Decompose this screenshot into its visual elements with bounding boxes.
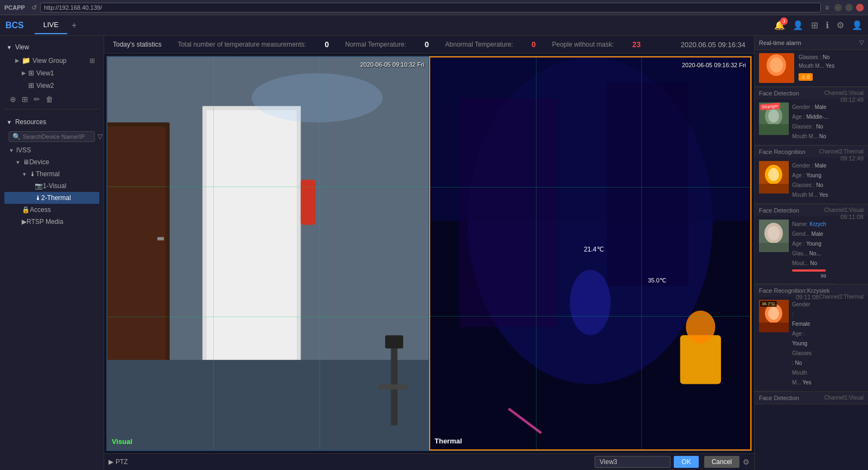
tree-1visual[interactable]: ▶ 📷 1-Visual — [4, 180, 99, 192]
resources-header[interactable]: ▼ Resources — [4, 115, 99, 129]
alarm-filter-icon[interactable]: ▽ — [859, 39, 864, 46]
face-recognition-1-section: Face Recognition Channel2:Thermal 09:12:… — [755, 146, 868, 204]
tree-device[interactable]: ▼ 🖥 Device — [4, 156, 99, 168]
face-detect-2-card: Name: Krzych Gend... Male Age : Young Gl… — [755, 216, 837, 284]
thermal-icon: 🌡 — [29, 170, 36, 178]
vg-arrow: ▶ — [15, 57, 20, 63]
person-monitor-icon[interactable]: 👤 — [793, 20, 803, 30]
thermal-label: Thermal — [36, 170, 60, 178]
tree-ivss[interactable]: ▼ IVSS — [4, 144, 99, 156]
thermal2-label: 2-Thermal — [41, 194, 71, 202]
visual-camera-cell[interactable]: 2020-06-05 09:10:32 Fri Visual — [107, 56, 429, 450]
no-mask-label: People without mask: — [552, 41, 614, 48]
no-mask-value: 23 — [633, 40, 641, 49]
face-detect-1-time: 09:12:49 — [840, 96, 864, 103]
content-area: Today's statistics Total number of tempe… — [104, 36, 754, 470]
edit-btn[interactable]: ✏ — [33, 94, 41, 105]
realtime-alarm-title: Real-time alarm — [759, 40, 801, 46]
face-recog-2-title: Face Recognition:Krzysiek — [759, 287, 829, 294]
alarm-mouth: Yes — [826, 63, 834, 69]
abnormal-temp-value: 0 — [532, 40, 536, 49]
view1-grid-icon: ⊞ — [28, 69, 34, 77]
alarm-badge: 3 — [780, 17, 788, 25]
svg-rect-11 — [379, 384, 407, 389]
face-detect-1-channel: Channel1:Visual — [824, 90, 864, 96]
menu-icon[interactable]: ≡ — [825, 4, 829, 11]
access-label: Access — [30, 206, 51, 214]
face-recog-2-card: 36.7°C Gender : Female Age : Young Glass… — [755, 297, 793, 391]
normal-temp-label: Normal Temperature: — [345, 41, 406, 48]
thermal-timestamp: 2020-06-05 09:16:32 Fri — [682, 62, 746, 68]
grid-btn[interactable]: ⊞ — [21, 94, 29, 105]
thermal-camera-feed — [430, 57, 750, 449]
url-bar[interactable]: http://192.168.40.139/ — [40, 3, 821, 12]
alarm-glasses: No — [822, 54, 829, 60]
close-button[interactable]: ✕ — [856, 4, 864, 11]
svg-rect-32 — [759, 184, 789, 194]
svg-rect-12 — [385, 336, 403, 349]
fr1-mouth: Yes — [819, 192, 828, 198]
tree-thermal[interactable]: ▼ 🌡 Thermal — [4, 168, 99, 180]
tab-live[interactable]: LIVE — [35, 16, 67, 34]
face-detection-3-header: Face Detection Channel1:Visual — [755, 392, 868, 404]
settings-gear-icon[interactable]: ⚙ — [743, 458, 750, 466]
info-icon[interactable]: ℹ — [826, 20, 829, 30]
face-recog-1-channel: Channel2:Thermal — [819, 149, 864, 154]
ptz-toggle[interactable]: ▶ PTZ — [108, 458, 128, 466]
svg-point-31 — [768, 168, 779, 181]
refresh-icon[interactable]: ↺ — [31, 4, 37, 11]
filter-icon[interactable]: ▽ — [98, 133, 103, 140]
resources-label: Resources — [15, 118, 46, 126]
right-panel: Real-time alarm ▽ Glasses : No Mouth M..… — [754, 36, 868, 470]
grid-view-icon[interactable]: ⊞ — [811, 20, 818, 30]
svg-point-19 — [570, 270, 610, 336]
alarm-warning-badge: ⚠ 0 — [799, 73, 813, 81]
minimize-button[interactable]: — — [834, 4, 842, 11]
view2-label: View2 — [36, 82, 54, 89]
ok-button[interactable]: OK — [674, 456, 698, 468]
alarm-row: Glasses : No Mouth M... Yes ⚠ 0 — [759, 53, 864, 83]
settings-icon[interactable]: ⚙ — [837, 20, 844, 30]
view3-input[interactable] — [595, 456, 671, 468]
ivss-label: IVSS — [16, 146, 31, 154]
delete-btn[interactable]: 🗑 — [44, 94, 54, 105]
rtsp-icon: ▶ — [22, 218, 27, 226]
face-detect-2-time: 09:11:08 — [840, 214, 864, 220]
ptz-arrow: ▶ — [108, 458, 113, 466]
thermal-temp1: 21.4℃ — [584, 246, 603, 253]
thermal-channel-label: Thermal — [435, 437, 462, 445]
view-section-header[interactable]: ▼ View — [4, 40, 99, 54]
fr2-age: Young — [792, 340, 807, 346]
fd2-name: Krzych — [809, 221, 826, 227]
tree-2thermal[interactable]: ▶ 🌡 2-Thermal — [4, 192, 99, 204]
abnormal-temp-label: Abnormal Temperature: — [445, 41, 513, 48]
face-detect-2-title: Face Detection — [759, 207, 799, 214]
thermal-temp2: 35.0℃ — [648, 277, 666, 284]
add-view-icon[interactable]: ⊞ — [90, 57, 95, 65]
face-recognition-1-header: Face Recognition Channel2:Thermal 09:12:… — [755, 146, 868, 158]
fd1-glasses: No — [816, 124, 823, 130]
tree-access[interactable]: 🔒 Access — [4, 204, 99, 216]
maximize-button[interactable]: □ — [845, 4, 853, 11]
fd1-age: Middle-... — [806, 114, 828, 120]
add-tab-button[interactable]: + — [67, 21, 81, 30]
svg-rect-4 — [157, 237, 164, 240]
alarm-icon[interactable]: 🔔 3 — [774, 20, 785, 30]
add-view-btn[interactable]: ⊕ — [9, 94, 17, 105]
statsbar: Today's statistics Total number of tempe… — [104, 36, 754, 54]
visual-camera-feed — [107, 57, 429, 450]
face-detect-1-card: Stranger Gender : Male Age : Middle-... … — [755, 99, 837, 145]
search-row: 🔍 ▽ — [9, 131, 95, 142]
search-input[interactable] — [23, 133, 98, 140]
sidebar-item-view2[interactable]: ▶ ⊞ View2 — [4, 79, 99, 92]
measurements-value: 0 — [324, 40, 329, 49]
thermal-camera-cell[interactable]: 21.4℃ 35.0℃ 2020-06-05 09:16:32 Fri Ther… — [429, 56, 751, 450]
user-icon[interactable]: 👤 — [852, 20, 863, 30]
face-detection-2-section: Face Detection Channel1:Visual 09:11:08 … — [755, 204, 868, 285]
view-group-item[interactable]: ▶ 📁 View Group ⊞ — [4, 54, 99, 67]
thermal-arrow: ▼ — [22, 171, 27, 177]
tree-rtsp[interactable]: ▶ RTSP Media — [4, 216, 99, 228]
sidebar-item-view1[interactable]: ▶ ⊞ View1 — [4, 67, 99, 79]
face-recognition-2-section: Face Recognition:Krzysiek Channel2:Therm… — [755, 285, 868, 392]
cancel-button[interactable]: Cancel — [704, 456, 739, 468]
